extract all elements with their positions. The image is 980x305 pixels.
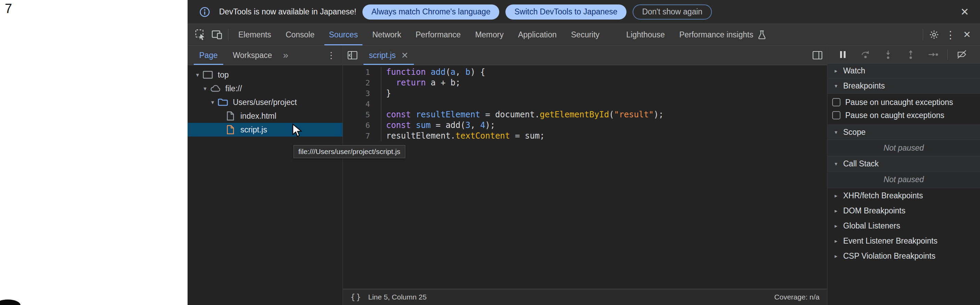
expander-icon[interactable]: ▾ (208, 99, 217, 106)
step-out-icon[interactable] (905, 49, 916, 61)
checkbox-label: Pause on caught exceptions (845, 111, 944, 120)
editor-tab-label: script.js (369, 51, 396, 60)
hide-navigator-icon[interactable] (343, 46, 362, 65)
editor-tab-scriptjs[interactable]: script.js ✕ (362, 46, 415, 65)
section-label: Scope (843, 128, 865, 137)
code-line: function add(a, b) { (386, 67, 663, 78)
section-global-listeners[interactable]: ▸Global Listeners (827, 218, 980, 233)
panel-tab-performance-insights[interactable]: Performance insights (672, 24, 773, 45)
pause-script-icon[interactable] (837, 49, 849, 61)
devtools-close-icon[interactable]: ✕ (961, 28, 974, 41)
code-line: return a + b; (386, 78, 663, 88)
section-watch[interactable]: ▸Watch (827, 64, 980, 78)
editor-tabstrip: script.js ✕ (343, 46, 827, 65)
tree-item-file[interactable]: ▾file:// (188, 81, 342, 95)
file-icon (224, 110, 236, 122)
more-options-icon[interactable]: ⋮ (944, 28, 957, 41)
line-number[interactable]: 1 (343, 67, 370, 78)
disclosure-triangle-icon: ▸ (832, 223, 840, 229)
step-over-icon[interactable] (860, 49, 871, 61)
tree-item-label: script.js (240, 125, 267, 134)
step-into-icon[interactable] (882, 49, 894, 61)
panel-tab-elements[interactable]: Elements (231, 24, 278, 45)
cloud-icon (210, 83, 221, 94)
section-call-stack[interactable]: ▾Call Stack (827, 156, 980, 172)
expander-icon[interactable]: ▾ (200, 85, 210, 92)
language-infobar: DevTools is now available in Japanese! A… (188, 0, 980, 24)
panel-tab-console[interactable]: Console (278, 24, 321, 45)
checkbox-pause-on-caught-exceptions[interactable]: Pause on caught exceptions (827, 109, 980, 122)
tree-item-script-js[interactable]: script.js (188, 123, 342, 137)
code-editor[interactable]: 1234567 function add(a, b) { return a + … (343, 65, 827, 289)
panel-tab-label: Performance insights (679, 30, 753, 40)
tree-item-label: index.html (240, 112, 276, 121)
browser-page: 7 (0, 0, 188, 305)
navigator-menu-icon[interactable]: ⋮ (320, 46, 342, 65)
switch-to-japanese-button[interactable]: Switch DevTools to Japanese (506, 5, 626, 19)
checkbox-label: Pause on uncaught exceptions (845, 98, 953, 107)
navigator-tab-page[interactable]: Page (192, 46, 225, 65)
settings-gear-icon[interactable] (928, 28, 940, 41)
panel-tab-application[interactable]: Application (511, 24, 564, 45)
section-event-listener-breakpoints[interactable]: ▸Event Listener Breakpoints (827, 233, 980, 248)
not-paused-message: Not paused (827, 140, 980, 156)
toolbar-divider (228, 29, 228, 40)
section-dom-breakpoints[interactable]: ▸DOM Breakpoints (827, 203, 980, 218)
dont-show-again-button[interactable]: Don't show again (633, 5, 712, 19)
section-label: XHR/fetch Breakpoints (843, 191, 923, 200)
checkbox-pause-on-uncaught-exceptions[interactable]: Pause on uncaught exceptions (827, 96, 980, 109)
pretty-print-icon[interactable]: {} (350, 293, 362, 302)
panel-tab-security[interactable]: Security (564, 24, 606, 45)
panel-tab-label: Lighthouse (626, 30, 665, 40)
always-match-language-button[interactable]: Always match Chrome's language (363, 5, 499, 19)
section-label: DOM Breakpoints (843, 206, 905, 216)
panel-tab-lighthouse[interactable]: Lighthouse (619, 24, 672, 45)
section-xhr-fetch-breakpoints[interactable]: ▸XHR/fetch Breakpoints (827, 188, 980, 203)
panel-tab-performance[interactable]: Performance (408, 24, 468, 45)
checkbox-box[interactable] (832, 98, 840, 106)
folder-icon (217, 96, 229, 108)
line-number-gutter[interactable]: 1234567 (343, 67, 381, 141)
navigator-tabs: Page Workspace » ⋮ (188, 46, 342, 65)
section-label: Breakpoints (843, 81, 885, 91)
tree-item-users-user-project[interactable]: ▾Users/user/project (188, 95, 342, 109)
section-csp-violation-breakpoints[interactable]: ▸CSP Violation Breakpoints (827, 248, 980, 263)
expander-icon[interactable]: ▾ (193, 71, 202, 78)
panel-tabs: ElementsConsoleSourcesNetworkPerformance… (231, 24, 773, 45)
breakpoints-options: Pause on uncaught exceptionsPause on cau… (827, 94, 980, 125)
tree-item-top[interactable]: ▾top (188, 68, 342, 81)
disclosure-triangle-icon: ▸ (832, 67, 840, 74)
checkbox-box[interactable] (832, 111, 840, 120)
section-scope[interactable]: ▾Scope (827, 125, 980, 140)
coverage-label: Coverage: n/a (774, 293, 819, 301)
panel-tab-label: Elements (238, 30, 271, 40)
line-number[interactable]: 3 (343, 88, 370, 99)
section-breakpoints[interactable]: ▾Breakpoints (827, 78, 980, 94)
panel-tab-network[interactable]: Network (365, 24, 408, 45)
panel-tab-memory[interactable]: Memory (468, 24, 511, 45)
panel-tab-label: Security (571, 30, 600, 40)
inspect-element-icon[interactable] (194, 28, 207, 41)
info-icon (198, 5, 211, 19)
line-number[interactable]: 7 (343, 131, 370, 141)
editor-pane: script.js ✕ 1234567 function add(a, b) {… (343, 46, 827, 305)
file-js-icon (224, 124, 236, 136)
more-tabs-icon[interactable]: » (280, 46, 292, 65)
step-icon[interactable] (928, 49, 939, 61)
file-tree: ▾top▾file://▾Users/user/projectindex.htm… (188, 65, 342, 305)
infobar-close-icon[interactable]: ✕ (958, 7, 971, 17)
tree-item-index-html[interactable]: index.html (188, 109, 342, 123)
device-toolbar-icon[interactable] (210, 28, 224, 41)
show-debugger-sidebar-icon[interactable] (808, 46, 827, 65)
toolbar-divider (923, 29, 923, 40)
line-number[interactable]: 4 (343, 99, 370, 109)
navigator-tab-workspace[interactable]: Workspace (225, 46, 280, 65)
line-number[interactable]: 2 (343, 78, 370, 88)
deactivate-breakpoints-icon[interactable] (956, 49, 968, 61)
line-number[interactable]: 5 (343, 109, 370, 120)
panel-tab-label: Network (372, 30, 401, 40)
line-number[interactable]: 6 (343, 120, 370, 131)
disclosure-triangle-icon: ▾ (832, 129, 840, 136)
panel-tab-sources[interactable]: Sources (321, 24, 365, 45)
tab-close-icon[interactable]: ✕ (401, 51, 408, 60)
